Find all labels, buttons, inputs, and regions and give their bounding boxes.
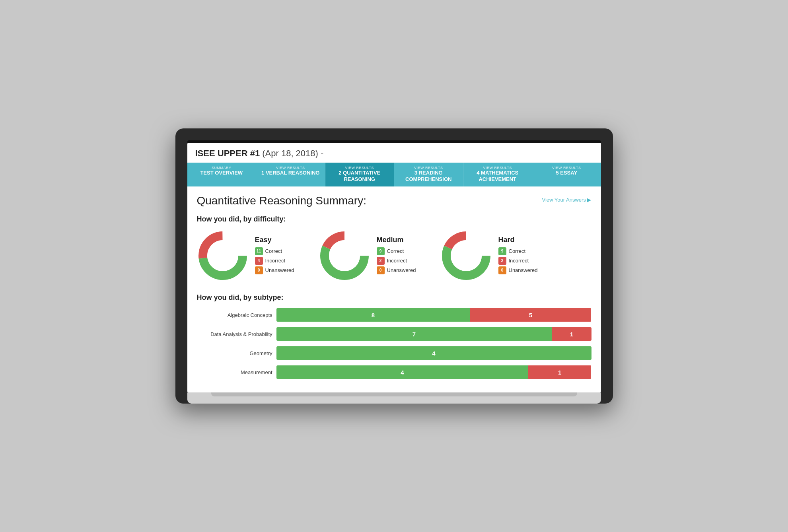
tab-reading-small: VIEW RESULTS xyxy=(397,166,461,170)
legend-hard-unanswered: 0 Unanswered xyxy=(498,266,546,274)
bar-algebraic-incorrect: 5 xyxy=(470,308,591,322)
bar-measurement-correct: 4 xyxy=(276,365,529,379)
screen-content: ISEE UPPER #1 (Apr 18, 2018) - SUMMARY T… xyxy=(187,143,601,392)
tab-summary[interactable]: SUMMARY TEST OVERVIEW xyxy=(187,163,257,186)
subtype-section-title: How you did, by subtype: xyxy=(197,293,591,302)
bar-geometry: 4 xyxy=(276,346,591,360)
tab-quant-main: 2 QUANTITATIVE REASONING xyxy=(328,170,392,182)
bar-label-geometry: Geometry xyxy=(197,350,272,356)
badge-easy-correct: 11 xyxy=(255,247,263,255)
header: ISEE UPPER #1 (Apr 18, 2018) - xyxy=(187,143,601,163)
bar-row-data: Data Analysis & Probability 7 1 xyxy=(197,327,591,341)
svg-point-8 xyxy=(451,240,482,271)
legend-easy-correct: 11 Correct xyxy=(255,247,303,255)
legend-easy-incorrect: 4 Incorrect xyxy=(255,257,303,265)
legend-easy-title: Easy xyxy=(255,236,303,244)
tab-verbal-main: 1 VERBAL REASONING xyxy=(259,170,323,176)
legend-easy-unanswered: 0 Unanswered xyxy=(255,266,303,274)
bar-row-geometry: Geometry 4 xyxy=(197,346,591,360)
tab-essay-small: VIEW RESULTS xyxy=(535,166,599,170)
legend-hard-title: Hard xyxy=(498,236,546,244)
badge-easy-incorrect: 4 xyxy=(255,257,263,265)
tab-math-small: VIEW RESULTS xyxy=(466,166,530,170)
bar-label-data: Data Analysis & Probability xyxy=(197,331,272,337)
tab-essay[interactable]: VIEW RESULTS 5 ESSAY xyxy=(532,163,601,186)
bar-geometry-correct: 4 xyxy=(276,346,591,360)
view-answers-link[interactable]: View Your Answers ▶ xyxy=(542,197,591,203)
legend-hard-incorrect: 2 Incorrect xyxy=(498,257,546,265)
badge-hard-correct: 9 xyxy=(498,247,506,255)
laptop-base xyxy=(187,392,601,404)
chart-hard: Hard 9 Correct 2 Incorrect xyxy=(440,230,546,282)
legend-medium-unanswered: 0 Unanswered xyxy=(377,266,424,274)
bar-label-measurement: Measurement xyxy=(197,369,272,375)
donut-easy xyxy=(197,230,249,282)
tab-math[interactable]: VIEW RESULTS 4 MATHEMATICS ACHIEVEMENT xyxy=(463,163,533,186)
difficulty-section-title: How you did, by difficulty: xyxy=(197,215,591,223)
legend-hard-correct: 9 Correct xyxy=(498,247,546,255)
svg-point-2 xyxy=(207,240,238,271)
tab-quantitative[interactable]: VIEW RESULTS 2 QUANTITATIVE REASONING xyxy=(325,163,395,186)
charts-row: Easy 11 Correct 4 Incorrect xyxy=(197,230,591,282)
legend-medium: Medium 9 Correct 2 Incorrect xyxy=(377,236,424,276)
bar-measurement: 4 1 xyxy=(276,365,591,379)
chart-easy: Easy 11 Correct 4 Incorrect xyxy=(197,230,303,282)
header-title-date: (Apr 18, 2018) - xyxy=(260,148,323,158)
legend-medium-correct: 9 Correct xyxy=(377,247,424,255)
bar-data: 7 1 xyxy=(276,327,591,341)
main-content: Quantitative Reasoning Summary: View You… xyxy=(187,186,601,392)
badge-hard-unanswered: 0 xyxy=(498,266,506,274)
tab-verbal-small: VIEW RESULTS xyxy=(259,166,323,170)
subtype-section: How you did, by subtype: Algebraic Conce… xyxy=(197,293,591,379)
header-title-bold: ISEE UPPER #1 xyxy=(195,148,260,158)
header-title: ISEE UPPER #1 (Apr 18, 2018) - xyxy=(195,148,324,159)
chart-medium: Medium 9 Correct 2 Incorrect xyxy=(319,230,424,282)
bar-row-algebraic: Algebraic Concepts 8 5 xyxy=(197,308,591,322)
laptop-screen: ISEE UPPER #1 (Apr 18, 2018) - SUMMARY T… xyxy=(187,143,601,392)
tab-verbal[interactable]: VIEW RESULTS 1 VERBAL REASONING xyxy=(256,163,325,186)
bar-algebraic: 8 5 xyxy=(276,308,591,322)
legend-medium-incorrect: 2 Incorrect xyxy=(377,257,424,265)
bar-measurement-incorrect: 1 xyxy=(528,365,591,379)
tab-math-main: 4 MATHEMATICS ACHIEVEMENT xyxy=(466,170,530,182)
bar-label-algebraic: Algebraic Concepts xyxy=(197,312,272,318)
legend-hard: Hard 9 Correct 2 Incorrect xyxy=(498,236,546,276)
page-title: Quantitative Reasoning Summary: xyxy=(197,194,366,207)
laptop-base-inner xyxy=(211,392,577,396)
badge-hard-incorrect: 2 xyxy=(498,257,506,265)
bar-algebraic-correct: 8 xyxy=(276,308,470,322)
legend-medium-title: Medium xyxy=(377,236,424,244)
nav-tabs: SUMMARY TEST OVERVIEW VIEW RESULTS 1 VER… xyxy=(187,163,601,186)
laptop-frame: ISEE UPPER #1 (Apr 18, 2018) - SUMMARY T… xyxy=(175,128,613,404)
bar-row-measurement: Measurement 4 1 xyxy=(197,365,591,379)
badge-easy-unanswered: 0 xyxy=(255,266,263,274)
bar-data-incorrect: 1 xyxy=(552,327,591,341)
tab-summary-main: TEST OVERVIEW xyxy=(190,170,254,176)
donut-hard xyxy=(440,230,492,282)
tab-reading[interactable]: VIEW RESULTS 3 READING COMPREHENSION xyxy=(394,163,463,186)
tab-quant-small: VIEW RESULTS xyxy=(328,166,392,170)
badge-medium-correct: 9 xyxy=(377,247,385,255)
tab-summary-small: SUMMARY xyxy=(190,166,254,170)
tab-essay-main: 5 ESSAY xyxy=(535,170,599,176)
svg-point-5 xyxy=(329,240,360,271)
bar-data-correct: 7 xyxy=(276,327,552,341)
badge-medium-unanswered: 0 xyxy=(377,266,385,274)
donut-medium xyxy=(319,230,370,282)
tab-reading-main: 3 READING COMPREHENSION xyxy=(397,170,461,182)
legend-easy: Easy 11 Correct 4 Incorrect xyxy=(255,236,303,276)
badge-medium-incorrect: 2 xyxy=(377,257,385,265)
